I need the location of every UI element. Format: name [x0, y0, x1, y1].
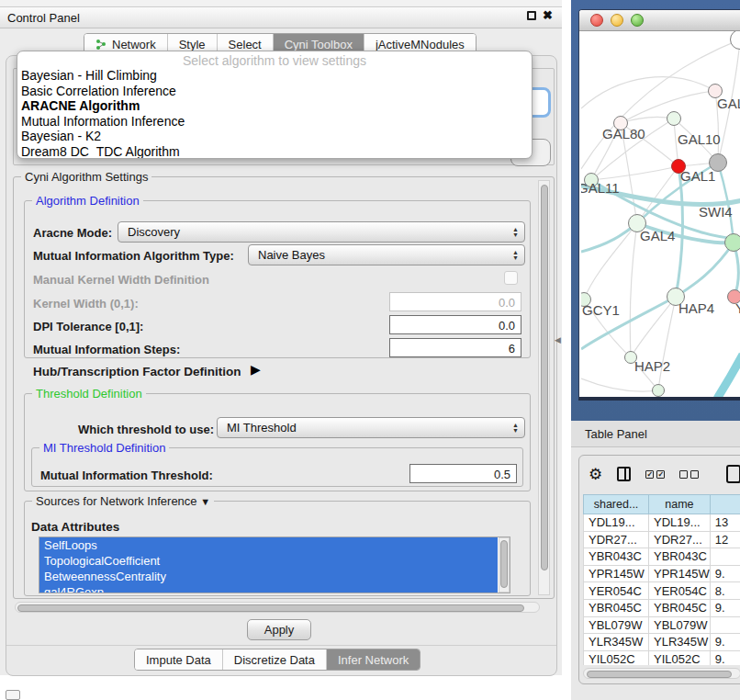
which-threshold-combobox[interactable]: MI Threshold ▲▼	[217, 417, 525, 438]
tab-discretize-data[interactable]: Discretize Data	[223, 649, 327, 670]
apply-button[interactable]: Apply	[247, 619, 311, 640]
mi-steps-label: Mutual Information Steps:	[33, 343, 180, 356]
data-attributes-label: Data Attributes	[31, 520, 119, 534]
dropdown-item[interactable]: Basic Correlation Inference	[17, 84, 532, 99]
control-panel-title: Control Panel	[7, 11, 80, 25]
network-icon	[95, 39, 107, 51]
dpi-tolerance-field[interactable]: 0.0	[389, 315, 521, 334]
threshold-definition-title: Threshold Definition	[32, 387, 146, 401]
close-icon[interactable]: ✖	[543, 11, 553, 20]
table-row[interactable]: YBR045CYBR045C9.	[584, 599, 740, 616]
settings-horizontal-scrollbar[interactable]	[15, 602, 540, 613]
kernel-width-field[interactable]: 0.0	[389, 292, 521, 311]
node-label: GAL11	[581, 180, 620, 196]
select-all-checkboxes-icon[interactable]: ✓✓	[645, 470, 665, 479]
app-top-strip	[0, 0, 562, 7]
node-label: GAL	[717, 96, 740, 111]
attribute-item-selected[interactable]: BetweennessCentrality	[39, 569, 498, 584]
table-panel-title: Table Panel	[585, 427, 647, 441]
control-panel-titlebar: Control Panel ✖	[0, 7, 562, 28]
expander-arrow-icon[interactable]: ▶	[251, 362, 261, 377]
dropdown-placeholder: Select algorithm to view settings	[17, 51, 532, 68]
mi-threshold-field[interactable]: 0.5	[409, 464, 517, 483]
dropdown-item[interactable]: Mutual Information Inference	[17, 114, 532, 130]
manual-kernel-width-label: Manual Kernel Width Definition	[33, 273, 209, 287]
table-row[interactable]: YPR145WYPR145W9.	[584, 565, 740, 582]
dropdown-item-selected[interactable]: ARACNE Algorithm	[17, 98, 532, 114]
close-traffic-light-icon[interactable]	[590, 14, 603, 27]
split-columns-icon[interactable]	[617, 467, 631, 481]
dropdown-item[interactable]: Dream8 DC_TDC Algorithm	[17, 144, 532, 160]
node-label: HAP2	[634, 358, 670, 374]
column-header[interactable]: shared...	[584, 495, 649, 514]
attribute-list-scrollbar[interactable]	[499, 537, 510, 593]
table-row[interactable]: YER054CYER054C8.	[584, 582, 740, 600]
float-window-icon[interactable]	[527, 11, 536, 20]
data-attributes-list[interactable]: SelfLoops TopologicalCoefficient Between…	[39, 536, 510, 593]
settings-vertical-scrollbar[interactable]	[538, 180, 550, 595]
kernel-width-label: Kernel Width (0,1):	[33, 297, 139, 310]
table-row[interactable]: YDL19...YDL19...13	[584, 514, 740, 532]
node-label: GAL1	[680, 168, 715, 184]
dropdown-item[interactable]: Bayesian - K2	[17, 129, 532, 144]
minimize-traffic-light-icon[interactable]	[611, 14, 623, 27]
table-row[interactable]: YBL079WYBL079W	[584, 616, 740, 634]
gear-icon[interactable]: ⚙	[589, 467, 602, 482]
dpi-tolerance-label: DPI Tolerance [0,1]:	[33, 320, 143, 333]
network-node[interactable]	[667, 111, 681, 126]
hub-definition-expander-label[interactable]: Hub/Transcription Factor Definition	[33, 365, 241, 378]
settings-group-title: Cyni Algorithm Settings	[21, 170, 151, 184]
which-threshold-label: Which threshold to use:	[78, 423, 214, 436]
table-header-row: shared... name	[584, 495, 740, 514]
table-horizontal-scrollbar[interactable]	[583, 668, 740, 679]
node-label: GAL4	[640, 228, 675, 243]
node-label: Y	[735, 300, 740, 316]
table-row[interactable]: YLR345WYLR345W9.	[584, 634, 740, 651]
node-label: SWI4	[699, 204, 733, 220]
table-row[interactable]: YDR27...YDR27...12	[584, 531, 740, 548]
combo-spinner-icon: ▲▼	[510, 250, 524, 261]
aracne-mode-label: Aracne Mode:	[33, 226, 112, 240]
node-table[interactable]: shared... name YDL19...YDL19...13 YDR27.…	[583, 494, 740, 665]
node-label: HAP4	[678, 300, 714, 316]
column-header[interactable]	[710, 495, 740, 514]
column-header[interactable]: name	[649, 495, 711, 514]
attribute-item-selected[interactable]: gal4RGexp	[39, 584, 498, 593]
aracne-mode-combobox[interactable]: Discovery ▲▼	[118, 221, 525, 243]
tab-impute-data[interactable]: Impute Data	[135, 649, 223, 670]
deselect-checkboxes-icon[interactable]	[679, 470, 699, 479]
table-panel-window: ⚙ ✓✓ shared... name YDL19...YDL19...13 Y…	[578, 455, 740, 684]
panel-divider	[6, 645, 556, 646]
node-label: GAL80	[602, 126, 645, 141]
cyni-bottom-tabbar: Impute Data Discretize Data Infer Networ…	[134, 649, 420, 671]
table-row[interactable]: YBR043CYBR043C	[584, 548, 740, 566]
mi-algorithm-type-label: Mutual Information Algorithm Type:	[33, 249, 234, 263]
network-window-titlebar[interactable]	[579, 10, 740, 31]
table-toolbar: ⚙ ✓✓	[589, 465, 740, 483]
node-label: GAL10	[678, 131, 721, 147]
manual-kernel-width-checkbox[interactable]	[504, 271, 518, 285]
attribute-item-selected[interactable]: TopologicalCoefficient	[39, 553, 498, 569]
mi-steps-field[interactable]: 6	[389, 338, 521, 357]
mi-threshold-label: Mutual Information Threshold:	[40, 469, 213, 482]
combo-spinner-icon: ▲▼	[510, 227, 524, 238]
attribute-item-selected[interactable]: SelfLoops	[39, 537, 498, 553]
split-pane-gap	[562, 0, 571, 700]
collapse-arrow-icon: ▼	[200, 496, 210, 507]
combo-spinner-icon: ▲▼	[510, 423, 524, 434]
node-label: GCY1	[582, 302, 620, 318]
zoom-traffic-light-icon[interactable]	[631, 14, 644, 27]
tab-infer-network[interactable]: Infer Network	[327, 649, 420, 670]
algorithm-definition-title: Algorithm Definition	[32, 194, 143, 208]
sources-group-title[interactable]: Sources for Network Inference ▼	[32, 494, 214, 508]
network-view-window: GAL GAL80 GAL10 GAL1 GAL11 GAL4 SWI4 GCY…	[578, 9, 740, 401]
minimized-panel-chip[interactable]	[6, 690, 20, 700]
function-builder-icon[interactable]	[726, 465, 740, 483]
network-node[interactable]	[652, 384, 665, 397]
network-node[interactable]	[724, 233, 740, 252]
dropdown-item[interactable]: Bayesian - Hill Climbing	[17, 68, 532, 84]
split-pane-collapse-arrow[interactable]: ◀	[555, 335, 561, 344]
network-canvas[interactable]: GAL GAL80 GAL10 GAL1 GAL11 GAL4 SWI4 GCY…	[581, 31, 740, 398]
mi-algorithm-type-combobox[interactable]: Naive Bayes ▲▼	[248, 244, 525, 265]
table-row[interactable]: YIL052CYIL052C9.	[584, 650, 740, 665]
